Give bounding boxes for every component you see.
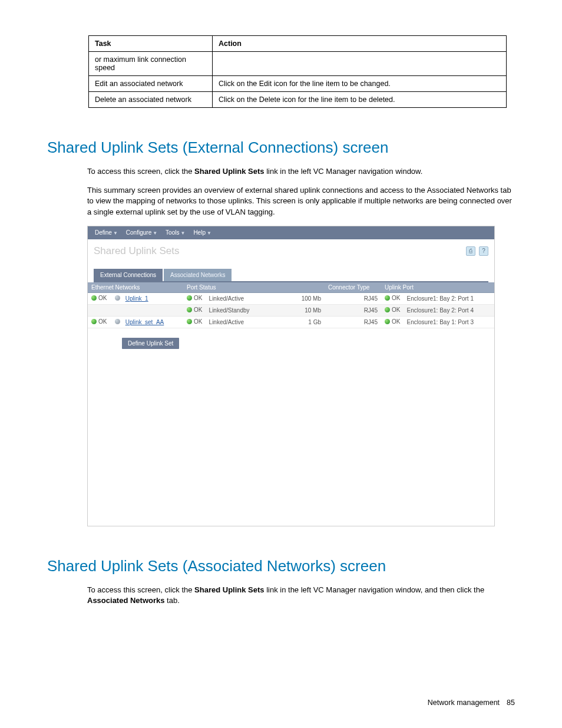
cell-action [213,52,507,76]
col-uplink-port: Uplink Port [381,282,494,293]
cell-task: Edit an associated network [89,76,213,92]
network-icon [115,295,120,301]
uplink-port: Enclosure1: Bay 2: Port 1 [407,295,474,302]
intro-para-1: To access this screen, click the Shared … [87,166,515,177]
vc-manager-screenshot: Define▼ Configure▼ Tools▼ Help▼ Shared U… [87,226,495,526]
col-speed-spacer [293,282,325,293]
text: tab. [165,596,180,605]
text: To access this screen, click the [87,167,194,176]
text: link in the left VC Manager navigation w… [265,167,423,176]
menu-define[interactable]: Define▼ [91,229,121,236]
help-icon[interactable]: ? [479,246,488,256]
task-action-table: Task Action or maximum link connection s… [88,35,507,108]
network-icon [115,319,120,324]
text: link in the left VC Manager navigation w… [265,585,485,594]
heading-external-connections: Shared Uplink Sets (External Connections… [47,139,515,157]
define-uplink-set-button[interactable]: Define Uplink Set [122,338,179,349]
speed: 10 Mb [293,304,325,316]
uplink-link[interactable]: Uplink_1 [125,295,148,302]
status-ok-icon [385,295,390,301]
menu-configure[interactable]: Configure▼ [123,229,161,236]
connector: RJ45 [325,316,381,328]
status-ok-icon [385,319,390,324]
cell-action: Click on the Delete icon for the line it… [213,92,507,108]
status-ok: OK [91,295,107,301]
status-ok: OK [187,318,202,325]
footer-section: Network management [428,699,500,707]
status-ok-icon [187,295,192,301]
uplink-grid: Ethernet Networks Port Status Connector … [88,282,494,328]
bold-link-name: Shared Uplink Sets [194,167,264,176]
table-row[interactable]: OK Uplink_set_AA OK Linked/Active 1 Gb R… [88,316,494,328]
status-ok: OK [385,318,400,325]
intro-assoc: To access this screen, click the Shared … [87,585,515,606]
print-icon[interactable]: ⎙ [466,246,475,256]
footer-page: 85 [507,699,515,707]
status-ok-icon [91,295,97,301]
link-state: Linked/Standby [209,307,250,314]
uplink-link[interactable]: Uplink_set_AA [125,319,164,325]
tab-external-connections[interactable]: External Connections [94,269,163,281]
connector: RJ45 [325,304,381,316]
heading-associated-networks: Shared Uplink Sets (Associated Networks)… [47,557,515,575]
link-state: Linked/Active [209,319,244,325]
table-row[interactable]: OK Uplink_1 OK Linked/Active 100 Mb RJ45… [88,292,494,304]
status-ok: OK [91,318,107,325]
th-task: Task [89,36,213,52]
col-port-status: Port Status [183,282,293,293]
th-action: Action [213,36,507,52]
status-ok-icon [91,319,97,324]
speed: 100 Mb [293,292,325,304]
status-ok: OK [187,295,202,301]
status-ok: OK [385,307,400,313]
text: To access this screen, click the [87,585,194,594]
col-ethernet-networks: Ethernet Networks [88,282,183,293]
tab-associated-networks[interactable]: Associated Networks [164,269,232,281]
link-state: Linked/Active [209,295,244,302]
status-ok-icon [385,307,390,312]
bold-tab-name: Associated Networks [87,596,165,605]
menu-tools[interactable]: Tools▼ [162,229,189,236]
status-ok-icon [187,307,192,312]
table-row[interactable]: OK Linked/Standby 10 Mb RJ45 OK Enclosur… [88,304,494,316]
speed: 1 Gb [293,316,325,328]
uplink-port: Enclosure1: Bay 2: Port 4 [407,307,474,314]
status-ok-icon [187,319,192,324]
cell-action: Click on the Edit icon for the line item… [213,76,507,92]
connector: RJ45 [325,292,381,304]
bold-link-name: Shared Uplink Sets [194,585,264,594]
cell-task: Delete an associated network [89,92,213,108]
menu-help[interactable]: Help▼ [190,229,215,236]
status-ok: OK [187,307,202,313]
status-ok: OK [385,295,400,301]
menubar: Define▼ Configure▼ Tools▼ Help▼ [88,226,494,239]
col-connector-type: Connector Type [325,282,381,293]
cell-task: or maximum link connection speed [89,52,213,76]
uplink-port: Enclosure1: Bay 1: Port 3 [407,319,474,325]
panel-title: Shared Uplink Sets [94,245,180,257]
intro-para-2: This summary screen provides an overview… [87,185,515,218]
